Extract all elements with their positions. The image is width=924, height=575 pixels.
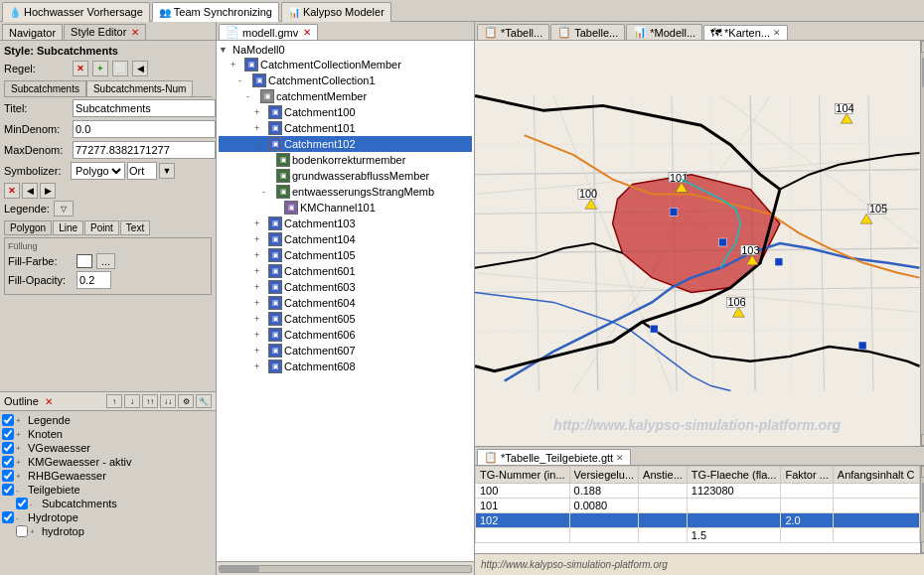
tree-bodenkorrektumember[interactable]: + ▣ bodenkorrekturmember (219, 152, 472, 168)
tab-kalypso[interactable]: 📊 Kalypso Modeler (281, 2, 391, 22)
symbolizer-dropdown-btn[interactable]: ▼ (159, 163, 175, 179)
tree-catchment-collection-member[interactable]: + ▣ CatchmentCollectionMember (219, 57, 472, 72)
tree-catchment604[interactable]: + ▣ Catchment604 (219, 295, 472, 311)
outline-checkbox-subcatchments[interactable] (16, 498, 28, 509)
c601-expander[interactable]: + (254, 266, 266, 276)
fill-farbe-color-box[interactable] (77, 254, 92, 268)
tree-catchment606[interactable]: + ▣ Catchment606 (219, 327, 472, 343)
c103-expander[interactable]: + (254, 218, 266, 228)
middle-hscroll-track[interactable] (219, 565, 472, 573)
max-denom-input[interactable] (73, 141, 216, 159)
outline-expand-kmgewaesser[interactable]: + (16, 458, 26, 467)
outline-checkbox-hydrotope[interactable] (2, 511, 14, 523)
tab-hochwasser[interactable]: 💧 Hochwasser Vorhersage (2, 2, 150, 22)
outline-expand-vgewaesser[interactable]: + (16, 444, 26, 453)
middle-hscroll[interactable] (217, 561, 474, 575)
tab-tabelle-tg[interactable]: 📋 *Tabelle_Teilgebiete.gtt ✕ (477, 449, 631, 465)
arrow-left-btn[interactable]: ◀ (22, 183, 38, 199)
regel-delete-btn[interactable]: ✕ (73, 61, 88, 76)
outline-btn-1[interactable]: ↑ (106, 394, 122, 408)
c102-expander[interactable]: - (254, 139, 266, 149)
tree-catchment-collection1[interactable]: - ▣ CatchmentCollection1 (219, 72, 472, 88)
outline-checkbox-hydrotop[interactable] (16, 525, 28, 537)
outline-item-kmgewaesser[interactable]: + KMGewaesser - aktiv (2, 455, 214, 469)
outline-expand-legende[interactable]: + (16, 416, 26, 425)
cc1-expander[interactable]: - (238, 75, 250, 85)
middle-hscroll-thumb[interactable] (220, 566, 259, 572)
map-vscroll[interactable]: ▲ ▼ (920, 41, 924, 446)
outline-item-knoten[interactable]: + Knoten (2, 427, 214, 441)
poly-tab-line[interactable]: Line (53, 220, 83, 235)
ccm-expander[interactable]: + (231, 60, 242, 70)
tree-catchment101[interactable]: + ▣ Catchment101 (219, 120, 472, 136)
titel-input[interactable] (73, 99, 216, 117)
tree-kmchannel101[interactable]: + ▣ KMChannel101 (219, 200, 472, 216)
table-row[interactable]: 101 0.0080 (476, 499, 920, 513)
outline-checkbox-kmgewaesser[interactable] (2, 456, 14, 468)
outline-expand-subcatchments[interactable]: - (30, 500, 40, 508)
tab-tabell1[interactable]: 📋 *Tabell... (477, 24, 549, 40)
outline-expand-rhbgewaesser[interactable]: + (16, 472, 26, 481)
tree-catchment607[interactable]: + ▣ Catchment607 (219, 343, 472, 359)
style-editor-close-icon[interactable]: ✕ (131, 27, 139, 38)
esm-expander[interactable]: - (262, 187, 274, 197)
tab-modell-right[interactable]: 📊 *Modell... (626, 24, 702, 40)
outline-expand-hydrotop[interactable]: + (30, 527, 40, 536)
table-row[interactable]: 1.5 (476, 528, 920, 543)
c104-expander[interactable]: + (254, 234, 266, 244)
symbolizer-type-input[interactable] (127, 162, 157, 180)
fill-opacity-input[interactable] (77, 271, 111, 289)
tree-entwaesserungs[interactable]: - ▣ entwaesserungsStrangMemb (219, 184, 472, 200)
outline-btn-3[interactable]: ↑↑ (142, 394, 158, 408)
c607-expander[interactable]: + (254, 346, 266, 356)
outline-item-teilgebiete[interactable]: - Teilgebiete (2, 483, 214, 497)
tab-modell-gmv[interactable]: 📄 modell.gmv ✕ (219, 24, 318, 40)
tab-team-sync[interactable]: 👥 Team Synchronizing (152, 2, 279, 22)
fill-farbe-edit-btn[interactable]: ... (96, 253, 115, 269)
tree-catchment605[interactable]: + ▣ Catchment605 (219, 311, 472, 327)
tab-tabelle2[interactable]: 📋 Tabelle... (550, 24, 625, 40)
tab-navigator[interactable]: Navigator (2, 24, 63, 40)
outline-expand-knoten[interactable]: + (16, 430, 26, 439)
outline-item-legende[interactable]: + Legende (2, 413, 214, 427)
outline-btn-4[interactable]: ↓↓ (160, 394, 176, 408)
outline-item-hydrotope[interactable]: - Hydrotope (2, 510, 214, 524)
c603-expander[interactable]: + (254, 282, 266, 292)
tree-catchment103[interactable]: + ▣ Catchment103 (219, 216, 472, 231)
outline-btn-6[interactable]: 🔧 (196, 394, 212, 408)
c606-expander[interactable]: + (254, 330, 266, 340)
regel-back-btn[interactable]: ◀ (132, 61, 148, 76)
c608-expander[interactable]: + (254, 361, 266, 371)
outline-checkbox-rhbgewaesser[interactable] (2, 470, 14, 482)
poly-tab-point[interactable]: Point (84, 220, 119, 235)
map-area[interactable]: 100 101 103 104 105 106 (475, 41, 920, 446)
delete-btn[interactable]: ✕ (4, 183, 20, 199)
tree-root[interactable]: ▼ NaModell0 (219, 43, 472, 57)
poly-tab-polygon[interactable]: Polygon (4, 220, 52, 235)
arrow-right-btn[interactable]: ▶ (40, 183, 56, 199)
c100-expander[interactable]: + (254, 107, 266, 117)
outline-expand-teilgebiete[interactable]: - (16, 486, 26, 495)
subtab-subcatchments[interactable]: Subcatchments (4, 80, 86, 96)
root-expander[interactable]: ▼ (219, 45, 231, 55)
outline-expand-hydrotope[interactable]: - (16, 513, 26, 522)
table-row[interactable]: 100 0.188 1123080 (476, 484, 920, 499)
tree-catchment-member[interactable]: - ▣ catchmentMember (219, 88, 472, 104)
regel-copy-btn[interactable]: ⬜ (112, 61, 128, 76)
tree-catchment104[interactable]: + ▣ Catchment104 (219, 231, 472, 247)
table-vscroll[interactable]: ▲ ▼ (920, 466, 924, 553)
modell-gmv-close-icon[interactable]: ✕ (303, 27, 311, 38)
tree-catchment608[interactable]: + ▣ Catchment608 (219, 359, 472, 374)
tabelle-tg-close-icon[interactable]: ✕ (616, 453, 624, 463)
tree-grundwasserabfluss[interactable]: + ▣ grundwasserabflussMember (219, 168, 472, 184)
cm-expander[interactable]: - (246, 91, 258, 101)
karten-close-icon[interactable]: ✕ (773, 28, 781, 38)
outline-checkbox-knoten[interactable] (2, 428, 14, 440)
outline-item-subcatchments[interactable]: - Subcatchments (2, 497, 214, 510)
c101-expander[interactable]: + (254, 123, 266, 133)
symbolizer-select[interactable]: Polygo (71, 162, 125, 180)
outline-btn-5[interactable]: ⚙ (178, 394, 194, 408)
outline-btn-2[interactable]: ↓ (124, 394, 140, 408)
outline-close-icon[interactable]: ✕ (45, 396, 53, 407)
regel-add-btn[interactable]: + (92, 61, 108, 76)
